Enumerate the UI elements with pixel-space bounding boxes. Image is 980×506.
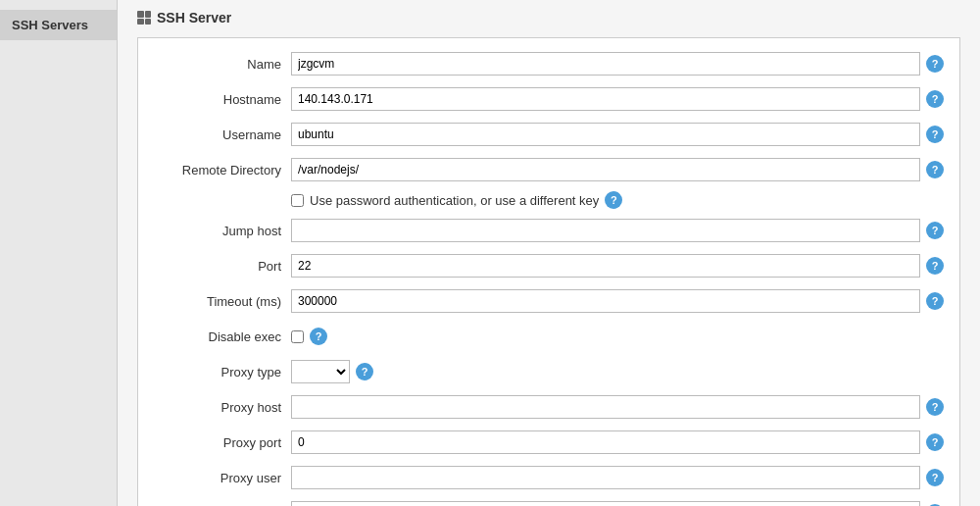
disable-exec-help-btn[interactable]: ? <box>310 328 327 345</box>
jump-host-label: Jump host <box>154 224 291 238</box>
jump-host-help-btn[interactable]: ? <box>926 222 944 239</box>
proxy-host-input-wrap: ? <box>291 395 944 419</box>
proxy-type-help-btn[interactable]: ? <box>356 363 373 380</box>
remote-directory-label: Remote Directory <box>154 163 291 177</box>
disable-exec-label: Disable exec <box>154 329 291 344</box>
port-input-wrap: ? <box>291 254 944 278</box>
name-input-wrap: ? <box>291 52 944 76</box>
disable-exec-row: Disable exec ? <box>154 323 944 350</box>
hostname-help-btn[interactable]: ? <box>926 90 944 108</box>
use-password-label: Use password authentication, or use a di… <box>310 193 599 208</box>
proxy-password-input-wrap: ? <box>291 501 944 506</box>
timeout-input-wrap: ? <box>291 289 944 313</box>
jump-host-row: Jump host ? <box>154 217 944 244</box>
proxy-port-row: Proxy port ? <box>154 429 944 456</box>
ssh-server-form: Name ? Hostname ? Username ? <box>137 37 960 506</box>
use-password-help-btn[interactable]: ? <box>605 191 622 209</box>
disable-exec-checkbox[interactable] <box>291 330 304 343</box>
remote-directory-row: Remote Directory ? <box>154 156 944 183</box>
name-row: Name ? <box>154 50 944 77</box>
proxy-host-label: Proxy host <box>154 400 291 415</box>
timeout-label: Timeout (ms) <box>154 294 291 309</box>
name-label: Name <box>154 57 291 72</box>
proxy-port-label: Proxy port <box>154 435 291 450</box>
port-help-btn[interactable]: ? <box>926 257 944 275</box>
hostname-row: Hostname ? <box>154 85 944 113</box>
proxy-password-input[interactable] <box>291 501 920 506</box>
proxy-type-label: Proxy type <box>154 365 291 380</box>
remote-directory-input[interactable] <box>291 158 920 181</box>
proxy-host-row: Proxy host ? <box>154 393 944 421</box>
proxy-host-input[interactable] <box>291 395 920 419</box>
timeout-help-btn[interactable]: ? <box>926 292 944 310</box>
proxy-user-input[interactable] <box>291 466 920 489</box>
proxy-type-input-wrap: ? <box>291 360 944 383</box>
disable-exec-input-wrap: ? <box>291 328 944 345</box>
proxy-host-help-btn[interactable]: ? <box>926 398 944 416</box>
username-input[interactable] <box>291 123 920 146</box>
proxy-port-input[interactable] <box>291 430 920 454</box>
port-input[interactable] <box>291 254 920 278</box>
name-input[interactable] <box>291 52 920 76</box>
proxy-type-row: Proxy type ? <box>154 358 944 385</box>
proxy-password-row: Proxy password ? <box>154 499 944 506</box>
proxy-user-input-wrap: ? <box>291 466 944 489</box>
proxy-user-label: Proxy user <box>154 471 291 485</box>
timeout-input[interactable] <box>291 289 920 313</box>
username-input-wrap: ? <box>291 123 944 146</box>
proxy-user-row: Proxy user ? <box>154 464 944 491</box>
timeout-row: Timeout (ms) ? <box>154 287 944 315</box>
username-label: Username <box>154 127 291 142</box>
section-header: SSH Server <box>137 10 960 25</box>
use-password-checkbox[interactable] <box>291 194 304 207</box>
sidebar-item-ssh-servers[interactable]: SSH Servers <box>0 10 117 40</box>
jump-host-input[interactable] <box>291 219 920 242</box>
remote-directory-input-wrap: ? <box>291 158 944 181</box>
proxy-port-input-wrap: ? <box>291 430 944 454</box>
name-help-btn[interactable]: ? <box>926 55 944 73</box>
section-title: SSH Server <box>157 10 231 25</box>
username-help-btn[interactable]: ? <box>926 126 944 143</box>
username-row: Username ? <box>154 121 944 148</box>
hostname-input-wrap: ? <box>291 87 944 111</box>
port-label: Port <box>154 259 291 274</box>
main-content: SSH Server Name ? Hostname ? <box>118 0 980 506</box>
port-row: Port ? <box>154 252 944 279</box>
use-password-row: Use password authentication, or use a di… <box>154 191 944 209</box>
proxy-type-select[interactable] <box>291 360 350 383</box>
hostname-label: Hostname <box>154 92 291 107</box>
remote-directory-help-btn[interactable]: ? <box>926 161 944 178</box>
hostname-input[interactable] <box>291 87 920 111</box>
proxy-user-help-btn[interactable]: ? <box>926 469 944 486</box>
jump-host-input-wrap: ? <box>291 219 944 242</box>
proxy-port-help-btn[interactable]: ? <box>926 433 944 451</box>
grid-icon <box>137 11 151 25</box>
